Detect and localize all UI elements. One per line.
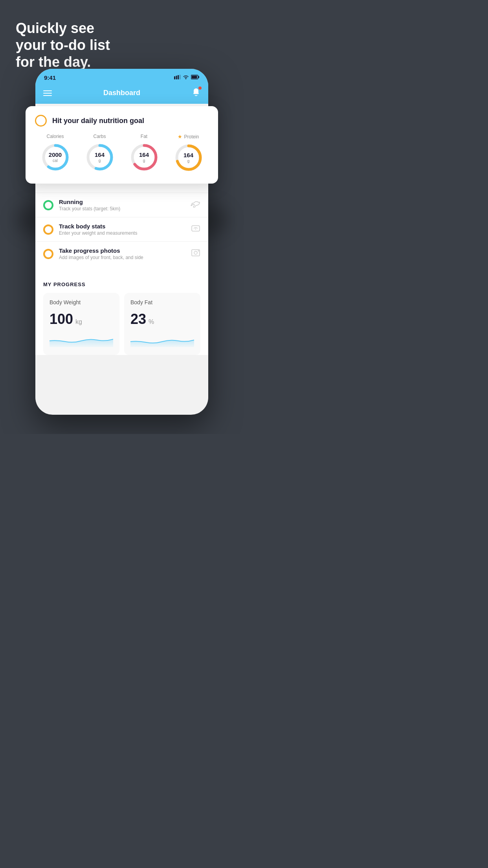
status-icons	[174, 75, 200, 81]
body-fat-value: 23	[130, 311, 146, 327]
macro-protein-label: ★ Protein	[178, 134, 199, 140]
body-weight-sparkline	[50, 333, 113, 347]
body-weight-label: Body Weight	[50, 299, 113, 305]
status-bar: 9:41	[35, 69, 208, 85]
nutrition-card: Hit your daily nutrition goal Calories 2…	[26, 106, 218, 184]
todo-text-body-stats: Track body stats Enter your weight and m…	[59, 223, 185, 236]
todo-item-progress-photos[interactable]: Take progress photos Add images of your …	[35, 241, 208, 266]
headline-line1: Quickly see	[16, 20, 110, 37]
status-time: 9:41	[44, 74, 56, 81]
svg-rect-1	[176, 75, 177, 79]
notification-dot	[198, 86, 202, 90]
body-weight-card[interactable]: Body Weight 100 kg	[43, 293, 119, 355]
macro-protein-unit: g	[183, 159, 193, 164]
todo-check-body-stats	[43, 224, 53, 235]
body-fat-value-row: 23 %	[130, 311, 194, 327]
macro-carbs-donut: 164 g	[84, 142, 116, 173]
macro-fat-label: Fat	[141, 134, 147, 139]
macro-protein: ★ Protein 164 g	[173, 134, 204, 173]
macro-fat-unit: g	[139, 158, 149, 163]
macro-calories-value: 2000	[49, 151, 62, 158]
macro-calories: Calories 2000 cal	[40, 134, 71, 173]
body-weight-unit: kg	[75, 318, 82, 326]
nutrition-check-circle	[35, 115, 47, 127]
macro-carbs-unit: g	[95, 158, 105, 163]
star-icon: ★	[178, 134, 182, 140]
body-weight-value: 100	[50, 311, 73, 327]
nav-bar: Dashboard	[35, 85, 208, 104]
todo-title-progress-photos: Take progress photos	[59, 247, 185, 254]
todo-sub-progress-photos: Add images of your front, back, and side	[59, 255, 185, 260]
macro-protein-donut: 164 g	[173, 142, 204, 173]
headline-line2: your to-do list	[16, 37, 110, 53]
running-icon	[190, 200, 200, 210]
macro-carbs: Carbs 164 g	[84, 134, 116, 173]
progress-section: MY PROGRESS Body Weight 100 kg	[35, 274, 208, 355]
macro-fat-donut: 164 g	[128, 142, 160, 173]
scale-icon	[191, 224, 200, 235]
photo-icon	[191, 248, 200, 259]
svg-rect-0	[174, 76, 175, 79]
todo-check-running	[43, 200, 53, 210]
nutrition-card-title: Hit your daily nutrition goal	[52, 117, 144, 125]
body-fat-card[interactable]: Body Fat 23 %	[124, 293, 200, 355]
body-fat-sparkline	[130, 333, 194, 347]
todo-item-running[interactable]: Running Track your stats (target: 5km)	[35, 193, 208, 217]
headline: Quickly see your to-do list for the day.	[16, 20, 110, 71]
svg-point-8	[44, 201, 52, 209]
battery-icon	[191, 75, 200, 81]
signal-icon	[174, 75, 181, 81]
hamburger-menu[interactable]	[43, 90, 52, 96]
todo-sub-running: Track your stats (target: 5km)	[59, 206, 185, 211]
macro-carbs-label: Carbs	[93, 134, 106, 139]
todo-text-progress-photos: Take progress photos Add images of your …	[59, 247, 185, 260]
nav-title: Dashboard	[103, 89, 140, 97]
macro-calories-donut: 2000 cal	[40, 142, 71, 173]
body-weight-value-row: 100 kg	[50, 311, 113, 327]
macro-fat-value: 164	[139, 151, 149, 158]
macro-fat: Fat 164 g	[128, 134, 160, 173]
macro-carbs-value: 164	[95, 151, 105, 158]
svg-rect-7	[192, 75, 197, 78]
progress-cards: Body Weight 100 kg	[43, 293, 200, 355]
body-fat-label: Body Fat	[130, 299, 194, 305]
progress-section-title: MY PROGRESS	[43, 281, 200, 287]
nutrition-macros: Calories 2000 cal Carbs	[35, 134, 209, 173]
macro-calories-unit: cal	[49, 158, 62, 163]
todo-sub-body-stats: Enter your weight and measurements	[59, 230, 185, 236]
svg-point-9	[44, 226, 52, 234]
svg-point-12	[44, 250, 52, 258]
svg-point-4	[185, 78, 187, 79]
wifi-icon	[183, 75, 189, 81]
todo-title-body-stats: Track body stats	[59, 223, 185, 230]
macro-protein-value: 164	[183, 152, 193, 159]
todo-check-progress-photos	[43, 249, 53, 259]
notification-bell[interactable]	[192, 88, 200, 98]
todo-item-body-stats[interactable]: Track body stats Enter your weight and m…	[35, 217, 208, 241]
nutrition-card-header: Hit your daily nutrition goal	[35, 115, 209, 127]
svg-point-14	[194, 251, 197, 254]
body-fat-unit: %	[149, 318, 154, 326]
todo-title-running: Running	[59, 199, 185, 205]
svg-rect-3	[180, 75, 181, 79]
svg-rect-2	[178, 75, 179, 79]
svg-point-15	[198, 250, 199, 252]
macro-calories-label: Calories	[46, 134, 64, 139]
svg-rect-6	[198, 76, 200, 78]
headline-line3: for the day.	[16, 53, 110, 70]
todo-text-running: Running Track your stats (target: 5km)	[59, 199, 185, 211]
